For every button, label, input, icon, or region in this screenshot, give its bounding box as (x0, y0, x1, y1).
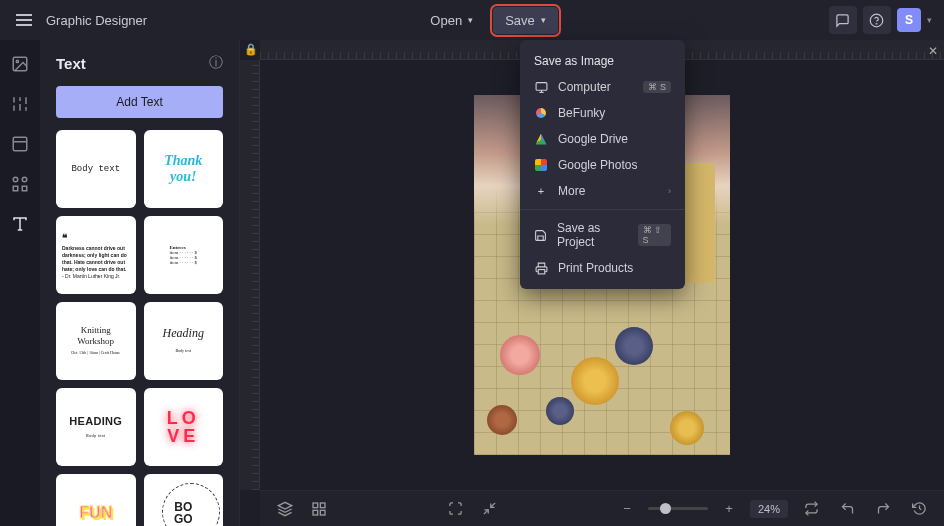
google-photos-icon (534, 158, 548, 172)
svg-rect-25 (536, 82, 547, 90)
separator (520, 209, 685, 210)
info-icon[interactable]: ⓘ (209, 54, 223, 72)
open-button[interactable]: Open▾ (418, 7, 485, 34)
expand-icon[interactable] (443, 496, 469, 522)
svg-point-12 (13, 177, 18, 182)
svg-point-3 (16, 60, 18, 62)
svg-point-1 (877, 23, 878, 24)
template-menu[interactable]: Entreesitem · · · · · · $item · · · · · … (144, 216, 224, 294)
template-knitting[interactable]: KnittingWorkshopOct. 13th | 10am | Craft… (56, 302, 136, 380)
vertical-ruler (240, 60, 260, 490)
save-project-item[interactable]: Save as Project ⌘ ⇧ S (520, 215, 685, 255)
zoom-slider[interactable] (648, 507, 708, 510)
print-products-item[interactable]: Print Products (520, 255, 685, 281)
svg-rect-19 (313, 503, 318, 508)
template-heading-bold[interactable]: HEADINGBody text (56, 388, 136, 466)
shortcut-badge: ⌘ S (643, 81, 671, 93)
fit-icon[interactable] (477, 496, 503, 522)
layout-tool-icon[interactable] (8, 132, 32, 156)
save-gdrive-item[interactable]: Google Drive (520, 126, 685, 152)
add-text-button[interactable]: Add Text (56, 86, 223, 118)
compare-icon[interactable] (798, 496, 824, 522)
panel-title: Text (56, 55, 86, 72)
template-love[interactable]: LOVE (144, 388, 224, 466)
computer-icon (534, 80, 548, 94)
svg-point-13 (22, 177, 27, 182)
svg-marker-18 (278, 502, 291, 509)
feedback-icon[interactable] (829, 6, 857, 34)
svg-line-23 (491, 503, 495, 507)
adjust-tool-icon[interactable] (8, 92, 32, 116)
svg-rect-28 (538, 269, 545, 273)
text-templates: Body text Thank you! ❝Darkness cannot dr… (40, 130, 239, 526)
svg-rect-10 (13, 137, 27, 151)
top-bar: Graphic Designer Open▾ Save▾ S ▾ (0, 0, 944, 40)
template-fun[interactable]: FUN (56, 474, 136, 526)
print-icon (534, 261, 548, 275)
tool-rail (0, 40, 40, 526)
svg-rect-14 (13, 186, 18, 191)
svg-rect-21 (313, 510, 318, 515)
lock-icon[interactable]: 🔒 (244, 43, 258, 56)
redo-icon[interactable] (870, 496, 896, 522)
zoom-value[interactable]: 24% (750, 500, 788, 518)
layers-icon[interactable] (272, 496, 298, 522)
template-heading-italic[interactable]: HeadingBody text (144, 302, 224, 380)
project-icon (534, 228, 547, 242)
text-tool-icon[interactable] (8, 212, 32, 236)
template-quote[interactable]: ❝Darkness cannot drive out darkness; onl… (56, 216, 136, 294)
svg-rect-15 (22, 186, 27, 191)
template-thank-you[interactable]: Thank you! (144, 130, 224, 208)
menu-icon[interactable] (12, 10, 36, 30)
chevron-down-icon[interactable]: ▾ (927, 15, 932, 25)
svg-line-24 (484, 510, 488, 514)
image-tool-icon[interactable] (8, 52, 32, 76)
plus-icon: + (534, 184, 548, 198)
history-icon[interactable] (906, 496, 932, 522)
app-title: Graphic Designer (46, 13, 147, 28)
save-computer-item[interactable]: Computer ⌘ S (520, 74, 685, 100)
save-befunky-item[interactable]: BeFunky (520, 100, 685, 126)
artboard-flowers (474, 275, 730, 455)
svg-rect-22 (320, 510, 325, 515)
save-button[interactable]: Save▾ (493, 7, 558, 34)
svg-rect-20 (320, 503, 325, 508)
avatar[interactable]: S (897, 8, 921, 32)
save-gphotos-item[interactable]: Google Photos (520, 152, 685, 178)
close-icon[interactable]: ✕ (925, 43, 941, 59)
zoom-out-icon[interactable]: − (614, 496, 640, 522)
save-dropdown: Save as Image Computer ⌘ S BeFunky Googl… (520, 40, 685, 289)
dropdown-heading: Save as Image (520, 48, 685, 74)
befunky-icon (534, 106, 548, 120)
graphics-tool-icon[interactable] (8, 172, 32, 196)
text-panel: Text ⓘ Add Text Body text Thank you! ❝Da… (40, 40, 240, 526)
shortcut-badge: ⌘ ⇧ S (638, 224, 672, 246)
zoom-in-icon[interactable]: + (716, 496, 742, 522)
bottom-bar: − + 24% (260, 490, 944, 526)
chevron-down-icon: ▾ (541, 15, 546, 25)
template-bogo[interactable]: BOGO (144, 474, 224, 526)
help-icon[interactable] (863, 6, 891, 34)
template-body-text[interactable]: Body text (56, 130, 136, 208)
chevron-down-icon: ▾ (468, 15, 473, 25)
save-more-item[interactable]: + More › (520, 178, 685, 204)
google-drive-icon (534, 132, 548, 146)
grid-icon[interactable] (306, 496, 332, 522)
chevron-right-icon: › (668, 186, 671, 196)
zoom-control: − + 24% (614, 496, 788, 522)
undo-icon[interactable] (834, 496, 860, 522)
